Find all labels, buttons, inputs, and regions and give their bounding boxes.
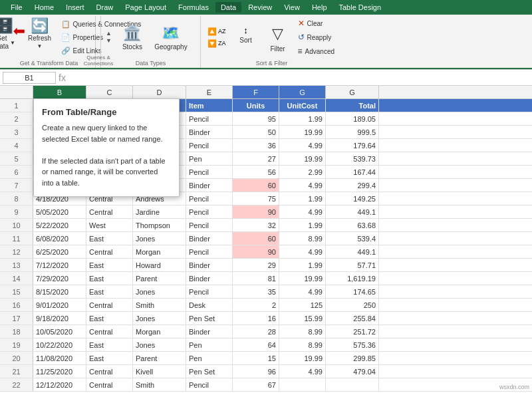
cell-17-e[interactable]: Pen Set — [186, 312, 233, 325]
cell-16-d[interactable]: Smith — [133, 299, 186, 311]
cell-12-h[interactable]: 449.1 — [326, 245, 379, 258]
cell-16-c[interactable]: Central — [86, 299, 133, 311]
cell-1-f[interactable]: Units — [233, 99, 279, 112]
cell-14-b[interactable]: 7/29/2020 — [33, 272, 86, 285]
col-header-f[interactable]: F — [233, 86, 279, 98]
cell-14-e[interactable]: Binder — [186, 272, 233, 285]
sort-button[interactable]: ↕ Sort — [230, 21, 262, 63]
cell-22-e[interactable]: Pencil — [186, 378, 233, 391]
cell-4-g[interactable]: 4.99 — [279, 139, 326, 152]
col-header-c[interactable]: C — [86, 86, 133, 98]
cell-11-b[interactable]: 6/08/2020 — [33, 232, 86, 245]
cell-3-h[interactable]: 999.5 — [326, 126, 379, 138]
cell-6-g[interactable]: 2.99 — [279, 166, 326, 178]
menu-help[interactable]: Help — [307, 2, 332, 13]
cell-8-h[interactable]: 149.25 — [326, 192, 379, 205]
cell-18-g[interactable]: 8.99 — [279, 325, 326, 338]
cell-7-e[interactable]: Binder — [186, 179, 233, 192]
cell-10-e[interactable]: Pencil — [186, 219, 233, 231]
cell-13-h[interactable]: 57.71 — [326, 259, 379, 271]
cell-10-b[interactable]: 5/22/2020 — [33, 219, 86, 231]
cell-14-g[interactable]: 19.99 — [279, 272, 326, 285]
cell-14-h[interactable]: 1,619.19 — [326, 272, 379, 285]
cell-14-f[interactable]: 81 — [233, 272, 279, 285]
cell-9-f[interactable]: 90 — [233, 205, 279, 218]
menu-insert[interactable]: Insert — [61, 2, 90, 13]
cell-20-f[interactable]: 15 — [233, 352, 279, 364]
cell-18-e[interactable]: Binder — [186, 325, 233, 338]
cell-15-f[interactable]: 35 — [233, 285, 279, 298]
cell-19-d[interactable]: Jones — [133, 338, 186, 351]
cell-19-c[interactable]: East — [86, 338, 133, 351]
menu-data[interactable]: Data — [215, 2, 241, 13]
cell-14-c[interactable]: East — [86, 272, 133, 285]
cell-4-h[interactable]: 179.64 — [326, 139, 379, 152]
cell-16-e[interactable]: Desk — [186, 299, 233, 311]
cell-21-c[interactable]: Central — [86, 365, 133, 378]
cell-3-f[interactable]: 50 — [233, 126, 279, 138]
cell-16-g[interactable]: 125 — [279, 299, 326, 311]
cell-22-d[interactable]: Smith — [133, 378, 186, 391]
cell-2-f[interactable]: 95 — [233, 112, 279, 125]
cell-11-h[interactable]: 539.4 — [326, 232, 379, 245]
cell-7-g[interactable]: 4.99 — [279, 179, 326, 192]
cell-22-f[interactable]: 67 — [233, 378, 279, 391]
cell-16-b[interactable]: 9/01/2020 — [33, 299, 86, 311]
refresh-button[interactable]: 🔄 ➡ Refresh ▼ — [25, 17, 55, 59]
menu-table-design[interactable]: Table Design — [334, 2, 387, 13]
cell-3-e[interactable]: Binder — [186, 126, 233, 138]
cell-13-e[interactable]: Binder — [186, 259, 233, 271]
col-header-e[interactable]: E — [186, 86, 233, 98]
cell-6-e[interactable]: Pencil — [186, 166, 233, 178]
cell-11-g[interactable]: 8.99 — [279, 232, 326, 245]
reapply-button[interactable]: ↺ Reapply — [294, 31, 339, 44]
cell-15-d[interactable]: Jones — [133, 285, 186, 298]
sort-az-button[interactable]: 🔼 AZ — [205, 26, 229, 37]
menu-formulas[interactable]: Formulas — [173, 2, 214, 13]
cell-20-g[interactable]: 19.99 — [279, 352, 326, 364]
cell-13-g[interactable]: 1.99 — [279, 259, 326, 271]
cell-18-b[interactable]: 10/05/2020 — [33, 325, 86, 338]
cell-22-h[interactable] — [326, 378, 379, 391]
cell-6-f[interactable]: 56 — [233, 166, 279, 178]
col-header-b[interactable]: B — [33, 86, 86, 98]
menu-home[interactable]: Home — [29, 2, 59, 13]
cell-17-g[interactable]: 15.99 — [279, 312, 326, 325]
cell-22-b[interactable]: 12/12/2020 — [33, 378, 86, 391]
cell-10-f[interactable]: 32 — [233, 219, 279, 231]
cell-13-f[interactable]: 29 — [233, 259, 279, 271]
cell-18-d[interactable]: Morgan — [133, 325, 186, 338]
cell-19-h[interactable]: 575.36 — [326, 338, 379, 351]
cell-17-f[interactable]: 16 — [233, 312, 279, 325]
cell-15-e[interactable]: Pencil — [186, 285, 233, 298]
cell-15-c[interactable]: East — [86, 285, 133, 298]
cell-21-e[interactable]: Pen Set — [186, 365, 233, 378]
cell-12-f[interactable]: 90 — [233, 245, 279, 258]
cell-9-b[interactable]: 5/05/2020 — [33, 205, 86, 218]
cell-21-g[interactable]: 4.99 — [279, 365, 326, 378]
cell-11-d[interactable]: Jones — [133, 232, 186, 245]
sort-za-button[interactable]: 🔽 ZA — [205, 38, 229, 49]
cell-2-h[interactable]: 189.05 — [326, 112, 379, 125]
clear-button[interactable]: ✕ Clear — [294, 17, 339, 30]
advanced-button[interactable]: ≡ Advanced — [294, 45, 339, 58]
cell-1-e[interactable]: Item — [186, 99, 233, 112]
cell-18-f[interactable]: 28 — [233, 325, 279, 338]
cell-18-c[interactable]: Central — [86, 325, 133, 338]
cell-6-h[interactable]: 167.44 — [326, 166, 379, 178]
cell-11-c[interactable]: East — [86, 232, 133, 245]
cell-12-b[interactable]: 6/25/2020 — [33, 245, 86, 258]
cell-18-h[interactable]: 251.72 — [326, 325, 379, 338]
cell-19-b[interactable]: 10/22/2020 — [33, 338, 86, 351]
cell-15-h[interactable]: 174.65 — [326, 285, 379, 298]
cell-5-g[interactable]: 19.99 — [279, 152, 326, 165]
cell-21-d[interactable]: Kivell — [133, 365, 186, 378]
cell-8-g[interactable]: 1.99 — [279, 192, 326, 205]
cell-19-f[interactable]: 64 — [233, 338, 279, 351]
cell-12-e[interactable]: Pencil — [186, 245, 233, 258]
cell-9-e[interactable]: Pencil — [186, 205, 233, 218]
stocks-button[interactable]: 🏛️ Stocks — [114, 21, 151, 63]
menu-draw[interactable]: Draw — [91, 2, 119, 13]
cell-1-h[interactable]: Total — [326, 99, 379, 112]
cell-12-g[interactable]: 4.99 — [279, 245, 326, 258]
